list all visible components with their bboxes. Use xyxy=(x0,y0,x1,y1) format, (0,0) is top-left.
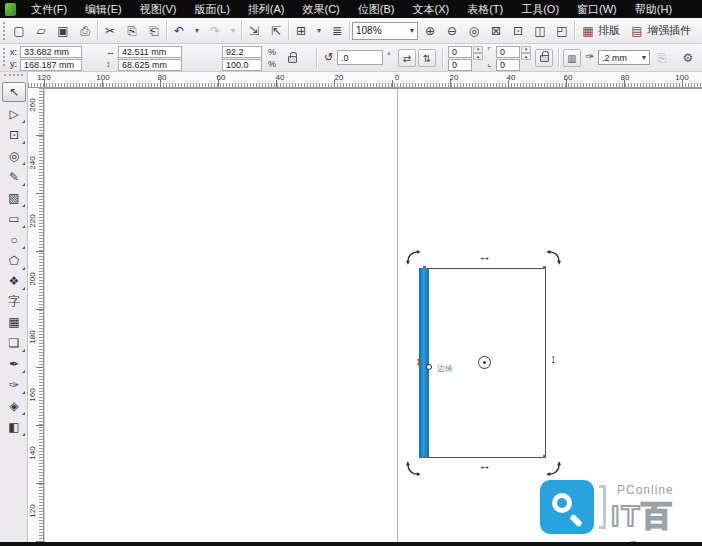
toolbar-grip[interactable] xyxy=(3,48,7,66)
zoom-out-icon[interactable]: ⊖ xyxy=(442,21,462,41)
scale-v-field[interactable]: 100.0 xyxy=(222,59,262,71)
typeset-button[interactable]: ▦ 排版 xyxy=(577,20,624,41)
app-launcher-icon[interactable]: ⊞ xyxy=(291,21,311,41)
rotation-field[interactable]: .0 xyxy=(337,50,383,65)
print-icon[interactable]: ⎙ xyxy=(75,21,95,41)
plugin-button[interactable]: ▤ 增强插件 xyxy=(626,20,695,41)
pick-tool[interactable]: ↖ xyxy=(2,82,26,102)
outline-width-combo[interactable]: .2 mm ▾ xyxy=(598,50,650,65)
x-position-field[interactable]: 33.682 mm xyxy=(20,46,82,58)
eyedropper-tool[interactable]: ✒ xyxy=(2,354,26,374)
crop-tool[interactable]: ⊡ xyxy=(2,125,26,145)
spin-up-icon[interactable]: ▴ xyxy=(521,53,531,60)
corner-radius-br-field[interactable]: 0 xyxy=(496,59,520,71)
basic-shapes-tool[interactable]: ❖ xyxy=(2,271,26,291)
menu-help[interactable]: 帮助(H) xyxy=(626,0,681,18)
edge-node[interactable] xyxy=(426,364,432,370)
skew-handle-bottom-icon[interactable]: ↔ xyxy=(478,459,491,472)
ellipse-tool[interactable]: ○ xyxy=(2,230,26,250)
zoom-in-icon[interactable]: ⊕ xyxy=(420,21,440,41)
fill-tool[interactable]: ◈ xyxy=(2,396,26,416)
rotation-center-icon[interactable] xyxy=(478,356,491,369)
open-icon[interactable]: ▱ xyxy=(31,21,51,41)
spin-up-icon[interactable]: ▴ xyxy=(473,53,483,60)
zoom-selected-icon[interactable]: ⊠ xyxy=(486,21,506,41)
cut-icon[interactable]: ✂ xyxy=(100,21,120,41)
menu-window[interactable]: 窗口(W) xyxy=(568,0,626,18)
menu-table[interactable]: 表格(T) xyxy=(458,0,512,18)
menu-file[interactable]: 文件(F) xyxy=(22,0,76,18)
skew-handle-top-icon[interactable]: ↔ xyxy=(478,250,491,263)
wrap-text-button[interactable]: ▥ xyxy=(563,49,581,67)
menu-edit[interactable]: 编辑(E) xyxy=(76,0,131,18)
toolbox-grip[interactable] xyxy=(4,74,23,79)
extra-button-1[interactable]: ⎘ xyxy=(652,48,672,68)
menu-arrange[interactable]: 排列(A) xyxy=(239,0,294,18)
menu-effects[interactable]: 效果(C) xyxy=(294,0,349,18)
new-icon[interactable]: ▢ xyxy=(9,21,29,41)
width-field[interactable]: 42.511 mm xyxy=(118,46,182,58)
y-position-field[interactable]: 168.187 mm xyxy=(20,59,82,71)
import-icon[interactable]: ⇲ xyxy=(244,21,264,41)
spin-down-icon[interactable]: ▾ xyxy=(473,46,483,53)
gear-icon[interactable]: ⚙ xyxy=(678,48,698,68)
interactive-fill-tool[interactable]: ◧ xyxy=(2,417,26,437)
undo-icon[interactable]: ↶ xyxy=(169,21,189,41)
rotation-handle-top-right[interactable] xyxy=(546,250,561,265)
redo-icon[interactable]: ↷ xyxy=(205,21,225,41)
menu-tools[interactable]: 工具(O) xyxy=(512,0,568,18)
corner-radius-bl-field[interactable]: 0 xyxy=(448,59,472,71)
paste-icon[interactable]: ⎗ xyxy=(144,21,164,41)
undo-dropdown-icon[interactable]: ▾ xyxy=(191,21,203,41)
ruler-label: 60 xyxy=(553,73,583,82)
menu-layout[interactable]: 版面(L) xyxy=(185,0,238,18)
zoom-all-icon[interactable]: ⊡ xyxy=(508,21,528,41)
menu-bitmaps[interactable]: 位图(B) xyxy=(349,0,404,18)
rectangle-tool[interactable]: ▭ xyxy=(2,209,26,229)
corner-node[interactable] xyxy=(543,266,546,269)
table-tool[interactable]: ▦ xyxy=(2,312,26,332)
corner-node[interactable] xyxy=(423,266,426,269)
corner-node[interactable] xyxy=(423,455,426,458)
corner-radius-tl-field[interactable]: 0 xyxy=(448,46,472,58)
drawing-area[interactable] xyxy=(44,88,702,542)
blend-tool[interactable]: ❏ xyxy=(2,333,26,353)
zoom-tool[interactable]: ◎ xyxy=(2,146,26,166)
copy-icon[interactable]: ⎘ xyxy=(122,21,142,41)
toolbar-grip[interactable] xyxy=(3,22,7,40)
menu-text[interactable]: 文本(X) xyxy=(403,0,458,18)
shape-tool[interactable]: ▷ xyxy=(2,104,26,124)
redo-dropdown-icon[interactable]: ▾ xyxy=(227,21,239,41)
options-icon[interactable]: ≣ xyxy=(327,21,347,41)
mirror-vertical-button[interactable]: ⇅ xyxy=(418,49,436,67)
spin-down-icon[interactable]: ▾ xyxy=(521,46,531,53)
shape-tool-icon: ▷ xyxy=(9,107,18,121)
corner-node[interactable] xyxy=(543,455,546,458)
outline-pen-tool[interactable]: ✑ xyxy=(2,375,26,395)
zoom-level-combo[interactable]: 108% ▾ xyxy=(352,22,418,40)
text-tool[interactable]: 字 xyxy=(2,291,26,311)
corner-spinner[interactable]: ▾ ▴ xyxy=(521,46,531,58)
corner-radius-tr-field[interactable]: 0 xyxy=(496,46,520,58)
corner-spinner[interactable]: ▾ ▴ xyxy=(473,46,483,58)
smart-fill-tool[interactable]: ▧ xyxy=(2,188,26,208)
scale-lock-icon[interactable] xyxy=(288,56,297,63)
zoom-page-icon[interactable]: ◫ xyxy=(530,21,550,41)
mirror-horizontal-button[interactable]: ⇄ xyxy=(398,49,416,67)
scale-h-field[interactable]: 92.2 xyxy=(222,46,262,58)
zoom-actual-icon[interactable]: ◎ xyxy=(464,21,484,41)
zoom-width-icon[interactable]: ◰ xyxy=(552,21,572,41)
polygon-tool[interactable]: ⬠ xyxy=(2,251,26,271)
save-icon[interactable]: ▣ xyxy=(53,21,73,41)
skew-handle-right-icon[interactable]: ↕ xyxy=(550,352,557,365)
app-launcher-dropdown-icon[interactable]: ▾ xyxy=(313,21,325,41)
rotation-handle-bottom-left[interactable] xyxy=(406,461,421,476)
menu-view[interactable]: 视图(V) xyxy=(131,0,186,18)
corner-lock-button[interactable] xyxy=(535,49,553,67)
freehand-tool[interactable]: ✎ xyxy=(2,167,26,187)
rotation-handle-top-left[interactable] xyxy=(406,250,421,265)
rotation-handle-bottom-right[interactable] xyxy=(546,461,561,476)
plugin-label: 增强插件 xyxy=(647,23,691,38)
height-field[interactable]: 68.625 mm xyxy=(118,59,182,71)
export-icon[interactable]: ⇱ xyxy=(266,21,286,41)
